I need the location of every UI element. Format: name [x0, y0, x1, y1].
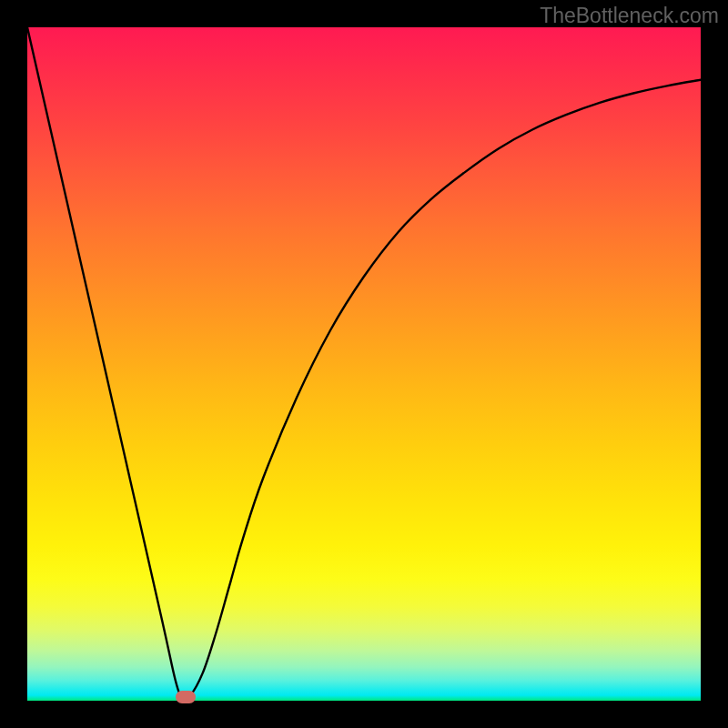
- chart-container: TheBottleneck.com: [0, 0, 728, 728]
- optimal-point-marker: [176, 691, 196, 703]
- watermark-text: TheBottleneck.com: [540, 4, 719, 28]
- bottleneck-curve: [27, 27, 701, 701]
- plot-area: [27, 27, 701, 701]
